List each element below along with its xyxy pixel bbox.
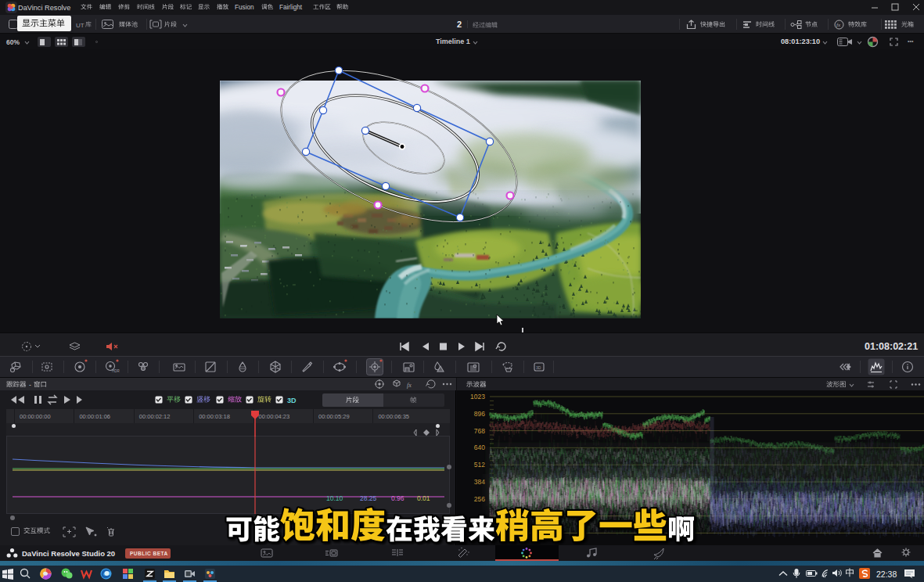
- svg-text:fx: fx: [407, 382, 412, 389]
- svg-text:768: 768: [474, 427, 485, 435]
- svg-text:HDR: HDR: [112, 369, 120, 373]
- svg-text:640: 640: [474, 444, 485, 451]
- svg-text:1023: 1023: [470, 393, 485, 401]
- svg-text:512: 512: [474, 461, 485, 469]
- svg-text:384: 384: [474, 478, 485, 486]
- svg-text:3D: 3D: [536, 365, 541, 370]
- svg-text:fx: fx: [836, 22, 841, 28]
- svg-text:896: 896: [474, 410, 485, 418]
